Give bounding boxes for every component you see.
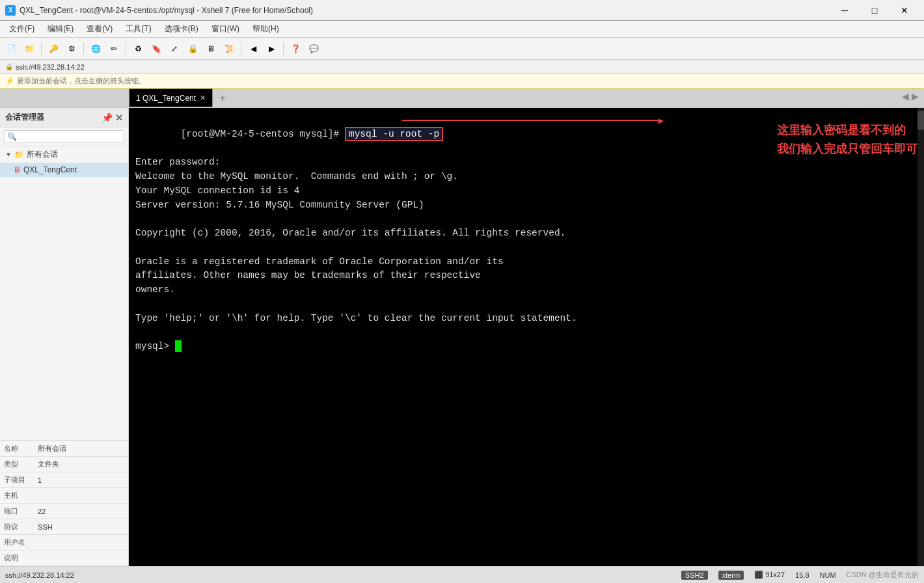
toolbar-lock[interactable]: 🔒 [184, 40, 201, 57]
arrow-container: ▶ [402, 120, 662, 121]
sidebar-search-area[interactable] [0, 128, 128, 146]
sidebar-search-input[interactable] [4, 130, 124, 143]
toolbar-sep-5 [283, 42, 284, 55]
terminal-scrollbar[interactable] [917, 108, 924, 566]
terminal-line-mysql: mysql> [135, 340, 917, 354]
status-right: SSH2 xterm ⬛ 91x27 15,8 NUM CSDN @生命是有光的 [681, 570, 919, 580]
toolbar-sep-3 [126, 42, 126, 55]
new-tab-button[interactable]: + [214, 90, 231, 107]
toolbar: 📄 📁 🔑 ⚙ 🌐 ✏ ♻ 🔖 ⤢ 🔒 🖥 📜 ◀ ▶ ❓ 💬 [0, 38, 924, 60]
minimize-button[interactable]: ─ [830, 1, 859, 20]
prop-value-protocol: SSH [33, 523, 128, 531]
toolbar-arrow[interactable]: ✏ [105, 40, 122, 57]
toolbar-chat[interactable]: 💬 [305, 40, 322, 57]
menu-tabs[interactable]: 选项卡(B) [158, 21, 205, 37]
terminal-line-oracle2: affiliates. Other names may be trademark… [135, 269, 917, 283]
status-protocol-badge: SSH2 [681, 571, 708, 580]
toolbar-open[interactable]: 📁 [21, 40, 38, 57]
toolbar-right-arrow[interactable]: ▶ [263, 40, 280, 57]
status-bar: ssh://49.232.28.14:22 SSH2 xterm ⬛ 91x27… [0, 566, 924, 583]
menu-edit[interactable]: 编辑(E) [41, 21, 80, 37]
tab-nav-left-icon[interactable]: ◀ [902, 91, 909, 102]
prop-label-name: 名称 [0, 444, 33, 454]
sidebar-header: 会话管理器 📌 ✕ [0, 108, 128, 128]
toolbar-left-arrow[interactable]: ◀ [245, 40, 262, 57]
prop-label-type: 类型 [0, 459, 33, 469]
ssh-address: ssh://49.232.28.14:22 [16, 63, 85, 71]
close-button[interactable]: ✕ [890, 1, 919, 20]
toolbar-agent[interactable]: 🔑 [45, 40, 62, 57]
prop-row-name: 名称 所有会话 [0, 441, 128, 457]
prop-row-desc: 说明 [0, 550, 128, 566]
notice-bar: ⚡ 要添加当前会话，点击左侧的箭头按钮。 [0, 74, 924, 88]
toolbar-fullscreen[interactable]: ⤢ [166, 40, 183, 57]
menu-tools[interactable]: 工具(T) [119, 21, 157, 37]
toolbar-help[interactable]: ❓ [287, 40, 304, 57]
toolbar-bookmark[interactable]: 🔖 [148, 40, 165, 57]
status-size-value: 91x27 [765, 571, 785, 578]
menu-file[interactable]: 文件(F) [3, 21, 41, 37]
terminal-line-blank3 [135, 297, 917, 312]
toolbar-heart[interactable]: ♻ [129, 40, 146, 57]
toolbar-new[interactable]: 📄 [3, 40, 20, 57]
prop-row-host: 主机 [0, 488, 128, 504]
status-encoding-badge: xterm [718, 571, 744, 580]
terminal-line-welcome: Welcome to the MySQL monitor. Commands e… [135, 170, 917, 184]
window-controls[interactable]: ─ □ ✕ [830, 1, 919, 20]
maximize-button[interactable]: □ [860, 1, 889, 20]
terminal-wrapper[interactable]: [root@VM-24-5-centos mysql]# mysql -u ro… [129, 108, 924, 566]
terminal[interactable]: [root@VM-24-5-centos mysql]# mysql -u ro… [129, 108, 924, 566]
sidebar-close-icon[interactable]: ✕ [115, 113, 123, 123]
terminal-line-blank1 [135, 212, 917, 226]
prop-row-port: 端口 22 [0, 504, 128, 519]
tree-item-session[interactable]: 🖥 QXL_TengCent [0, 163, 128, 177]
annotation-text: 这里输入密码是看不到的 我们输入完成只管回车即可 [777, 121, 917, 159]
toolbar-script[interactable]: 📜 [221, 40, 238, 57]
terminal-line-blank4 [135, 325, 917, 340]
sidebar: 会话管理器 📌 ✕ ▼ 📁 所有会话 🖥 QXL_TengCent 名称 所有 [0, 108, 129, 566]
tab-close-icon[interactable]: ✕ [200, 94, 206, 102]
sidebar-pin-icon[interactable]: 📌 [102, 113, 113, 123]
status-position: 15,8 [795, 571, 809, 579]
menu-bar: 文件(F) 编辑(E) 查看(V) 工具(T) 选项卡(B) 窗口(W) 帮助(… [0, 21, 924, 38]
toolbar-sep-1 [41, 42, 42, 55]
tree-item-all-sessions[interactable]: ▼ 📁 所有会话 [0, 146, 128, 163]
menu-help[interactable]: 帮助(H) [246, 21, 286, 37]
ssh-lock-icon: 🔒 [5, 63, 13, 70]
sidebar-title: 会话管理器 [5, 112, 44, 123]
notice-text: 要添加当前会话，点击左侧的箭头按钮。 [17, 76, 146, 86]
status-watermark: CSDN @生命是有光的 [847, 570, 919, 580]
prop-label-host: 主机 [0, 491, 33, 500]
terminal-scrollbar-thumb[interactable] [917, 111, 924, 130]
prop-row-subitem: 子项目 1 [0, 472, 128, 488]
status-numlock: NUM [820, 571, 836, 579]
terminal-line-copyright: Copyright (c) 2000, 2016, Oracle and/or … [135, 226, 917, 241]
menu-window[interactable]: 窗口(W) [205, 21, 246, 37]
terminal-cursor [175, 340, 182, 352]
toolbar-sep-4 [241, 42, 241, 55]
annotation-line2: 我们输入完成只管回车即可 [777, 140, 917, 159]
terminal-line-help: Type 'help;' or '\h' for help. Type '\c'… [135, 312, 917, 326]
menu-view[interactable]: 查看(V) [80, 21, 119, 37]
prop-value-name: 所有会话 [33, 444, 128, 454]
prop-label-subitem: 子项目 [0, 475, 33, 485]
prop-row-type: 类型 文件夹 [0, 457, 128, 472]
notice-icon: ⚡ [5, 77, 14, 85]
arrow-line [402, 120, 662, 121]
prop-value-subitem: 1 [33, 476, 128, 484]
terminal-line-oracle3: owners. [135, 283, 917, 297]
arrow-head-icon: ▶ [659, 115, 664, 126]
tree-all-sessions-label: 所有会话 [27, 149, 58, 160]
prop-row-protocol: 协议 SSH [0, 519, 128, 535]
toolbar-settings[interactable]: ⚙ [63, 40, 80, 57]
active-tab[interactable]: 1 QXL_TengCent ✕ [129, 88, 213, 107]
terminal-command-highlight: mysql -u root -p [345, 127, 443, 141]
tab-nav-right-icon[interactable]: ▶ [912, 91, 919, 102]
toolbar-globe[interactable]: 🌐 [87, 40, 104, 57]
annotation-line1: 这里输入密码是看不到的 [777, 121, 917, 140]
toolbar-monitor[interactable]: 🖥 [202, 40, 219, 57]
main-layout: 会话管理器 📌 ✕ ▼ 📁 所有会话 🖥 QXL_TengCent 名称 所有 [0, 108, 924, 566]
tree-session-icon: 🖥 [13, 165, 21, 174]
terminal-line-connid: Your MySQL connection id is 4 [135, 184, 917, 198]
prop-label-port: 端口 [0, 506, 33, 516]
